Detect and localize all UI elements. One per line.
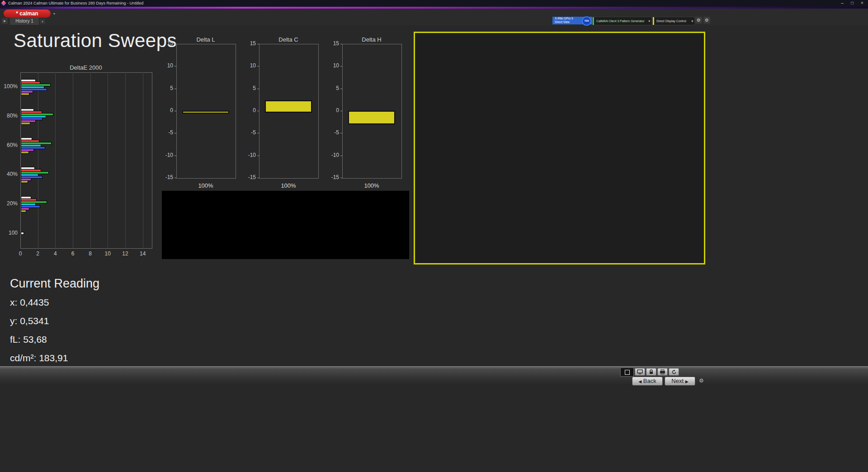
deltae-gridline — [125, 72, 126, 248]
deltae-gridline — [108, 72, 108, 248]
bottom-gear-icon[interactable]: ⚙ — [699, 378, 704, 384]
current-reading-x: x: 0,4435 — [10, 297, 99, 308]
next-button[interactable]: Next ▶ — [665, 377, 695, 386]
deltae-ylabel: 60% — [0, 142, 18, 148]
delta_c-xlabel: 100% — [259, 182, 318, 189]
deltae-gridline — [143, 72, 143, 248]
current-reading-y: y: 0,5341 — [10, 316, 99, 326]
swatch-comparison-panel — [162, 191, 409, 259]
delta_h-ytick: 15 — [327, 40, 339, 47]
lock-button[interactable] — [646, 368, 656, 376]
delta_h-ytick: -10 — [327, 152, 339, 158]
delta_l-ytick: 5 — [161, 85, 173, 91]
deltae-title: DeltaE 2000 — [20, 64, 151, 71]
delta_h-title: Delta H — [342, 36, 401, 43]
deltae-gridline — [90, 72, 91, 248]
chart-cie1931 — [414, 32, 705, 264]
delta_l-tickmark — [175, 178, 176, 178]
chart-rgb-balance — [154, 272, 260, 363]
delta_h-tickmark — [340, 178, 342, 178]
delta_l-ytick: -15 — [161, 174, 173, 180]
delta_h-tickmark — [340, 156, 342, 156]
current-reading-fl: fL: 53,68 — [10, 334, 99, 345]
deltae-ylabel: 80% — [0, 113, 18, 119]
tab-options-icon[interactable]: ▴ — [40, 19, 45, 24]
close-button[interactable]: × — [857, 0, 867, 6]
deltae-xtick: 10 — [102, 250, 113, 257]
delta_c-tickmark — [257, 156, 259, 156]
delta_h-tickmark — [340, 133, 342, 133]
collapse-panel-icon[interactable]: ▸ — [2, 18, 8, 24]
back-button[interactable]: ◀ Back — [632, 377, 663, 386]
delta_c-ytick: 5 — [244, 85, 256, 91]
appbar: * calman ▾ ▸ History 1 ▴ X-Rite i1Pro 3 … — [0, 9, 868, 25]
printer-icon — [660, 369, 665, 374]
pattern-generator-dropdown[interactable]: CalMAN Client 3 Pattern Generator ▾ — [592, 17, 652, 25]
pattern-generator-label: CalMAN Client 3 Pattern Generator — [593, 17, 651, 25]
delta_c-tickmark — [257, 89, 259, 89]
delta_l-tickmark — [175, 44, 176, 44]
deltae-ylabel: 40% — [0, 171, 18, 177]
delta_h-ytick: 5 — [327, 85, 339, 91]
minimize-button[interactable]: – — [837, 0, 847, 6]
delta_c-tickmark — [257, 178, 259, 178]
pattern-window-button[interactable] — [620, 368, 634, 377]
deltae-xtick: 14 — [137, 250, 148, 257]
delta_l-ytick: 0 — [161, 107, 173, 113]
delta_c-ytick: -15 — [244, 174, 256, 180]
delta_l-tickmark — [175, 66, 176, 66]
delta_l-ytick: 10 — [161, 62, 173, 69]
settings-gear-icon-2[interactable]: ⚙ — [703, 17, 710, 24]
deltae-plot — [20, 72, 152, 249]
logo-menu-chevron-icon[interactable]: ▾ — [52, 11, 57, 17]
delta_h-tickmark — [340, 89, 342, 89]
deltae-ylabel: 100% — [0, 83, 18, 90]
lock-icon — [649, 369, 654, 374]
page-title: Saturation Sweeps — [14, 30, 177, 52]
monitor-icon — [637, 369, 643, 374]
delta_h-xlabel: 100% — [342, 182, 401, 189]
delta_c-ytick: 10 — [244, 62, 256, 69]
delta_l-tickmark — [175, 156, 176, 156]
delta_l-bar — [182, 111, 229, 113]
delta_h-tickmark — [340, 44, 342, 44]
chart-delta-h: Delta H151050-5-10-15100% — [327, 36, 404, 183]
deltae-xtick: 8 — [85, 250, 96, 257]
delta_l-tickmark — [175, 111, 176, 111]
delta_l-ytick: 15 — [161, 40, 173, 47]
delta_h-ytick: -5 — [327, 129, 339, 136]
maximize-button[interactable]: □ — [847, 0, 857, 6]
deltae-bar — [21, 210, 26, 212]
delta_l-title: Delta L — [176, 36, 235, 43]
deltae-xtick: 12 — [120, 250, 131, 257]
settings-gear-icon[interactable]: ⚙ — [695, 17, 702, 24]
current-reading: Current Reading x: 0,4435 y: 0,5341 fL: … — [10, 277, 99, 371]
chevron-down-icon: ▾ — [648, 19, 650, 23]
bottom-strip: ◀ Back Next ▶ ⚙ — [0, 366, 868, 386]
deltae-xtick: 4 — [50, 250, 61, 257]
delta_h-bar — [348, 111, 395, 124]
deltae-ylabel: 100 — [0, 230, 18, 236]
refresh-button[interactable] — [669, 368, 679, 376]
back-label: Back — [643, 378, 656, 384]
measurement-table — [268, 272, 573, 357]
delta_c-tickmark — [257, 111, 259, 111]
print-button[interactable] — [657, 368, 668, 376]
current-reading-title: Current Reading — [10, 277, 99, 291]
tab-history-1[interactable]: History 1 — [10, 18, 39, 25]
monitor-button[interactable] — [635, 368, 645, 376]
display-control-accent — [653, 17, 654, 25]
calman-logo[interactable]: * calman — [4, 9, 51, 18]
display-control-dropdown[interactable]: Direct Display Control ▾ — [652, 17, 695, 25]
pattern-generator-accent — [593, 17, 594, 25]
logo-mark-icon: * — [16, 10, 18, 17]
deltae-gridline — [55, 72, 56, 248]
delta_c-ytick: -5 — [244, 129, 256, 136]
deltae-gridline — [38, 72, 38, 248]
deltae-xtick: 0 — [15, 250, 26, 257]
delta_l-xlabel: 100% — [176, 182, 235, 189]
delta_h-tickmark — [340, 66, 342, 66]
delta_c-bar — [265, 100, 312, 113]
logo-text: calman — [19, 10, 38, 17]
chart-deltae2000: DeltaE 200002468101214100%80%60%40%20%10… — [0, 64, 156, 263]
